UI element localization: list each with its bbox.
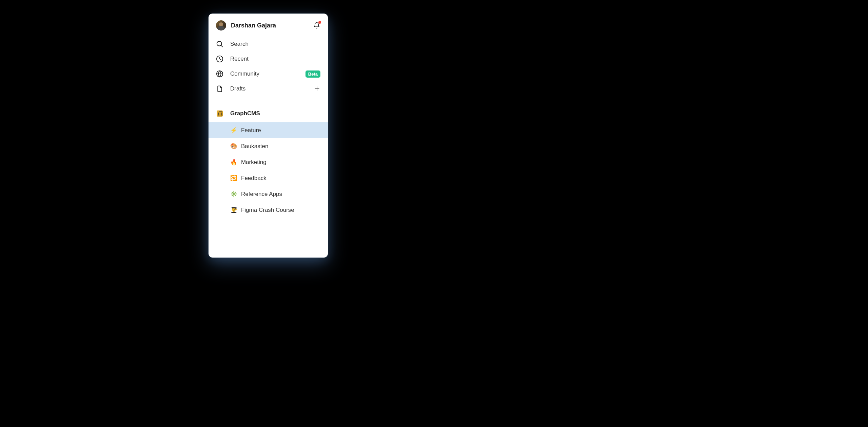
project-label: Feedback <box>241 175 267 182</box>
project-item-reference-apps[interactable]: ✳️ Reference Apps <box>209 186 328 202</box>
nav-label: Search <box>230 41 320 47</box>
avatar[interactable] <box>216 20 226 30</box>
project-item-feature[interactable]: ⚡ Feature <box>209 122 328 138</box>
search-icon <box>216 40 223 48</box>
beta-badge: Beta <box>305 70 320 78</box>
team-icon <box>217 110 223 117</box>
plus-icon <box>314 86 320 92</box>
nav-label: Recent <box>230 56 320 62</box>
username: Darshan Gajara <box>231 22 308 29</box>
nav-recent[interactable]: Recent <box>209 52 328 66</box>
team-header[interactable]: GraphCMS <box>209 107 328 120</box>
svg-line-1 <box>221 45 223 47</box>
project-item-marketing[interactable]: 🔥 Marketing <box>209 154 328 170</box>
nav-drafts[interactable]: Drafts <box>209 81 328 96</box>
project-item-baukasten[interactable]: 🎨 Baukasten <box>209 138 328 154</box>
nav-label: Drafts <box>230 85 307 92</box>
student-icon: 👨‍🎓 <box>230 206 237 214</box>
new-draft-button[interactable] <box>314 85 320 92</box>
nav-search[interactable]: Search <box>209 37 328 52</box>
project-label: Feature <box>241 127 261 134</box>
fire-icon: 🔥 <box>230 159 237 166</box>
palette-icon: 🎨 <box>230 143 237 150</box>
project-label: Baukasten <box>241 143 268 150</box>
sparkle-icon: ✳️ <box>230 190 237 198</box>
globe-icon <box>216 70 223 78</box>
project-label: Marketing <box>241 159 267 166</box>
nav-list: Search Recent Community Beta <box>209 35 328 101</box>
notifications-button[interactable] <box>313 22 320 29</box>
sidebar-panel: Darshan Gajara Search <box>209 14 328 258</box>
project-label: Reference Apps <box>241 191 282 198</box>
lightning-icon: ⚡ <box>230 127 237 134</box>
notification-dot <box>318 21 321 24</box>
nav-label: Community <box>230 70 299 77</box>
project-label: Figma Crash Course <box>241 207 294 214</box>
team-name: GraphCMS <box>230 110 260 117</box>
team-section: GraphCMS ⚡ Feature 🎨 Baukasten 🔥 Marketi… <box>209 101 328 218</box>
file-icon <box>216 85 223 93</box>
project-item-feedback[interactable]: 🔁 Feedback <box>209 170 328 186</box>
user-header: Darshan Gajara <box>209 14 328 35</box>
nav-community[interactable]: Community Beta <box>209 66 328 81</box>
project-list: ⚡ Feature 🎨 Baukasten 🔥 Marketing 🔁 Feed… <box>209 120 328 218</box>
clock-icon <box>216 55 223 63</box>
project-item-figma-crash-course[interactable]: 👨‍🎓 Figma Crash Course <box>209 202 328 218</box>
repeat-icon: 🔁 <box>230 175 237 182</box>
